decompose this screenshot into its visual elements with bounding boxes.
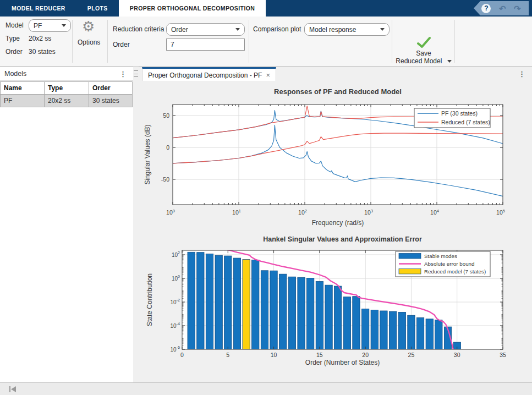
stable-mode-bar xyxy=(233,258,240,349)
stable-mode-bar xyxy=(197,253,204,349)
stable-mode-bar xyxy=(206,254,213,350)
chart-text: 30 xyxy=(454,352,460,358)
comparison-plot-value: Model response xyxy=(309,26,377,34)
stable-mode-bar xyxy=(224,256,232,349)
model-name-cell[interactable]: PF xyxy=(1,95,45,107)
comparison-plot-dropdown[interactable]: Model response xyxy=(304,23,390,36)
column-header-type[interactable]: Type xyxy=(45,82,89,95)
section-divider xyxy=(392,20,392,63)
models-panel-title: Models xyxy=(4,70,26,78)
options-button[interactable]: Options xyxy=(78,39,100,46)
stable-mode-bar xyxy=(398,312,405,349)
stable-mode-bar xyxy=(416,317,424,349)
stable-mode-bar xyxy=(261,271,268,349)
stable-mode-bar xyxy=(390,311,397,349)
tick-label: 10-6 xyxy=(170,345,180,352)
reduction-criteria-dropdown[interactable]: Order xyxy=(166,23,245,36)
section-divider xyxy=(454,20,455,63)
models-panel-menu-icon[interactable]: ⋮ xyxy=(117,70,129,78)
section-divider xyxy=(72,20,73,63)
document-bar-menu-icon[interactable]: ⋮ xyxy=(516,70,528,78)
stable-mode-bar xyxy=(252,260,259,350)
model-dropdown-value: PF xyxy=(34,22,58,30)
chart-text: -50 xyxy=(161,176,169,183)
document-content: 500-50100101102103104105Responses of PF … xyxy=(139,81,532,382)
collapse-left-panel-icon[interactable] xyxy=(9,386,18,393)
table-row[interactable]: PF 20x2 ss 30 states xyxy=(1,95,133,107)
order-input[interactable] xyxy=(166,39,245,51)
y-axis-label: Singular Values (dB) xyxy=(144,124,151,184)
stable-mode-bar xyxy=(279,274,287,349)
legend-label: Absolute error bound xyxy=(424,261,475,267)
document-tab-bar: Proper Orthogonal Decomposition - PF × ⋮ xyxy=(139,67,532,81)
chart-title: Hankel Singular Values and Approximation… xyxy=(263,235,422,243)
x-axis-label: Frequency (rad/s) xyxy=(312,219,364,227)
response-chart: 500-50100101102103104105Responses of PF … xyxy=(139,83,532,232)
legend-label: Stable modes xyxy=(424,253,457,259)
model-type-cell[interactable]: 20x2 ss xyxy=(45,95,89,107)
chevron-down-icon xyxy=(62,24,66,27)
legend: PF (30 states)Reduced (7 states) xyxy=(414,108,490,128)
tab-model-reducer[interactable]: MODEL REDUCER xyxy=(1,0,76,17)
tick-label: 10-4 xyxy=(170,321,180,328)
x-axis-label: Order (Number of States) xyxy=(305,359,380,366)
undo-icon[interactable]: ↶ xyxy=(499,4,506,13)
type-label: Type xyxy=(6,35,20,42)
legend-label: PF (30 states) xyxy=(441,110,478,117)
section-divider xyxy=(249,20,249,63)
stable-mode-bar xyxy=(298,277,305,349)
document-tab-label: Proper Orthogonal Decomposition - PF xyxy=(148,72,262,79)
legend-label: Reduced (7 states) xyxy=(441,119,490,125)
stable-mode-bar xyxy=(426,319,433,349)
legend-label: Reduced model (7 states) xyxy=(424,268,486,275)
stable-mode-bar xyxy=(371,310,378,349)
save-button-line2: Reduced Model xyxy=(395,57,452,65)
stable-mode-bar xyxy=(408,315,415,349)
close-icon[interactable]: × xyxy=(266,71,270,79)
stable-mode-bar xyxy=(316,282,323,349)
model-label: Model xyxy=(6,21,24,29)
tick-label: 100 xyxy=(166,209,175,216)
stable-mode-bar xyxy=(353,297,360,349)
tick-label: 103 xyxy=(364,209,373,216)
section-divider xyxy=(107,20,108,63)
chart-text: 0 xyxy=(180,352,184,358)
tick-label: 102 xyxy=(172,250,180,257)
stable-mode-bar xyxy=(270,271,277,349)
tab-proper-orthogonal-decomposition[interactable]: PROPER ORTHOGONAL DECOMPOSITION xyxy=(119,0,266,17)
stable-mode-bar xyxy=(380,311,387,349)
chart-text: 25 xyxy=(408,352,415,358)
quick-access-toolbar: ? ↶ ↷ xyxy=(474,1,529,15)
models-table-header-row: Name Type Order xyxy=(1,82,133,95)
chart-text: 5 xyxy=(226,352,229,358)
model-order-cell[interactable]: 30 states xyxy=(89,95,133,107)
green-check-icon xyxy=(416,36,431,48)
chart-title: Responses of PF and Reduced Model xyxy=(274,87,402,96)
type-value: 20x2 ss xyxy=(29,35,51,42)
document-tab-pod-pf[interactable]: Proper Orthogonal Decomposition - PF × xyxy=(142,67,276,81)
status-bar xyxy=(0,382,532,395)
column-header-order[interactable]: Order xyxy=(89,82,133,95)
help-icon[interactable]: ? xyxy=(481,4,491,13)
tab-list-icon[interactable] xyxy=(134,70,138,77)
chart-text: 50 xyxy=(163,112,169,119)
panel-splitter[interactable] xyxy=(133,67,139,382)
toolstrip-tab-bar: MODEL REDUCER PLOTS PROPER ORTHOGONAL DE… xyxy=(0,0,532,17)
tick-label: 105 xyxy=(496,209,505,216)
chart-text: 35 xyxy=(500,352,506,358)
model-dropdown[interactable]: PF xyxy=(29,19,71,32)
column-header-name[interactable]: Name xyxy=(1,82,45,95)
tab-plots[interactable]: PLOTS xyxy=(76,0,119,17)
gear-icon[interactable]: ⚙ xyxy=(82,19,95,34)
comparison-plot-label: Comparison plot xyxy=(253,25,301,33)
stable-mode-bar xyxy=(288,277,295,349)
stable-mode-bar xyxy=(325,285,332,349)
y-axis-label: State Contribution xyxy=(146,273,153,326)
toolstrip-ribbon: Model PF Type 20x2 ss Order 30 states MO… xyxy=(0,17,532,67)
reduced-model-bar xyxy=(243,260,250,349)
models-panel: Models ⋮ Name Type Order PF 20x2 ss 30 s… xyxy=(0,67,133,382)
hankel-chart: 10210010-210-410-605101520253035Hankel S… xyxy=(139,233,532,375)
stable-mode-bar xyxy=(362,309,369,349)
redo-icon[interactable]: ↷ xyxy=(514,4,521,13)
tick-label: 10-2 xyxy=(170,298,180,305)
